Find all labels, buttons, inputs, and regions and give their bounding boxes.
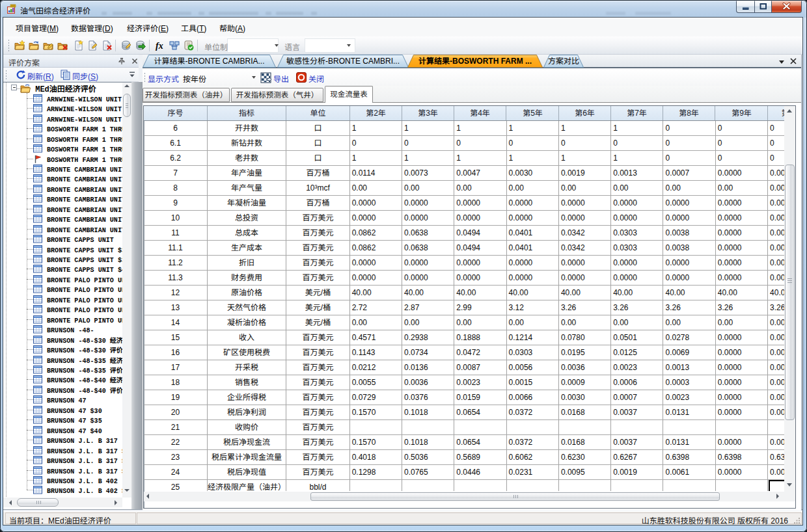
svg-text:fx: fx [156, 41, 163, 51]
